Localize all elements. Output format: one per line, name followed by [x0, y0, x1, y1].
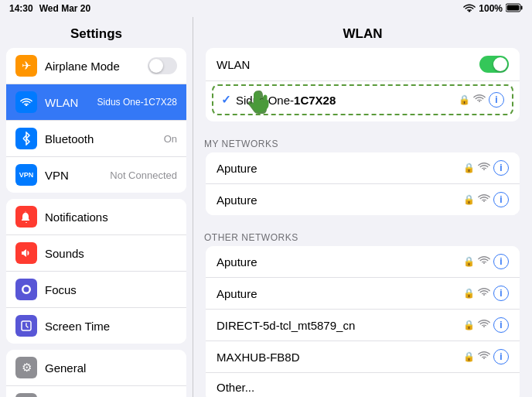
other-network-name-2: DIRECT-5d-tcl_mt5879_cn	[217, 319, 457, 332]
status-time: 14:30	[9, 3, 33, 14]
sidebar-section-1: ✈ Airplane Mode WLAN Sidus One-1C7X28 Bl…	[6, 48, 186, 193]
sidebar-item-airplane[interactable]: ✈ Airplane Mode	[6, 48, 186, 84]
other-network-info-0[interactable]: i	[493, 254, 509, 269]
battery-icon	[506, 3, 523, 15]
selected-network-info[interactable]: i	[489, 92, 504, 108]
lock-icon: 🔒	[459, 94, 470, 105]
other-network-icons-3: 🔒 i	[463, 349, 509, 364]
wifi-icon-other-3	[478, 351, 490, 363]
sidebar-item-wlan[interactable]: WLAN Sidus One-1C7X28	[6, 84, 186, 121]
other-network-icons-2: 🔒 i	[463, 317, 509, 333]
other-network-name-0: Aputure	[217, 255, 457, 269]
selected-network-row[interactable]: ✓ Sidus One-1C7X28 🔒 i	[212, 84, 513, 115]
wifi-icon-other-2	[478, 319, 490, 331]
vpn-icon: VPN	[15, 164, 37, 186]
sidebar-item-focus[interactable]: Focus	[6, 272, 186, 308]
screentime-icon	[15, 315, 37, 337]
other-networks-section: OTHER NETWORKS Aputure 🔒 i Aputure	[193, 228, 532, 397]
my-network-icons-0: 🔒 i	[463, 160, 509, 176]
selected-network-wrapper: ✓ Sidus One-1C7X28 🔒 i	[206, 81, 520, 121]
wifi-icon-other-0	[478, 255, 490, 268]
sidebar-label-notifications: Notifications	[45, 210, 177, 224]
my-networks-section: MY NETWORKS Aputure 🔒 i Aputure 🔒	[193, 134, 532, 215]
selected-network-icons: 🔒 i	[459, 92, 504, 108]
airplane-icon: ✈	[15, 55, 37, 77]
my-network-info-0[interactable]: i	[493, 160, 509, 176]
bluetooth-icon	[15, 128, 37, 149]
wifi-signal-icon	[473, 94, 486, 106]
wlan-section: WLAN ✓ Sidus One-1C7X28 🔒 i	[206, 48, 520, 121]
status-day: Wed Mar 20	[39, 3, 90, 14]
sidebar-label-bluetooth: Bluetooth	[45, 132, 156, 145]
general-icon: ⚙	[15, 357, 37, 378]
my-network-row-0[interactable]: Aputure 🔒 i	[206, 152, 520, 184]
sidebar-item-controlcenter[interactable]: Control Center	[6, 386, 186, 397]
my-network-name-1: Aputure	[217, 193, 457, 207]
sidebar-detail-bluetooth: On	[164, 133, 177, 145]
other-network-info-1[interactable]: i	[493, 286, 509, 301]
sidebar-label-vpn: VPN	[45, 169, 102, 182]
other-network-row-0[interactable]: Aputure 🔒 i	[206, 246, 520, 278]
detail-pane: WLAN WLAN ✓ Sidus One-1C7X28 🔒	[193, 17, 532, 397]
sidebar-item-vpn[interactable]: VPN VPN Not Connected	[6, 157, 186, 193]
other-network-icons-0: 🔒 i	[463, 254, 509, 269]
wifi-icon-other-1	[478, 287, 490, 299]
sidebar-item-notifications[interactable]: Notifications	[6, 199, 186, 235]
lock-icon-other-0: 🔒	[463, 256, 475, 267]
other-networks-list: Aputure 🔒 i Aputure 🔒	[206, 246, 520, 397]
wlan-row-label: WLAN	[217, 58, 479, 71]
sidebar-label-general: General	[45, 361, 177, 375]
my-networks-header: MY NETWORKS	[193, 134, 532, 152]
sounds-icon	[15, 242, 37, 264]
wifi-status-icon	[463, 3, 476, 15]
other-network-name-3: MAXHUB-FB8D	[217, 351, 457, 364]
other-network-icons-1: 🔒 i	[463, 286, 509, 301]
wlan-toggle[interactable]	[479, 56, 509, 73]
svg-rect-2	[507, 5, 520, 10]
sidebar-detail-wlan: Sidus One-1C7X28	[97, 97, 177, 108]
hand-cursor-annotation	[229, 84, 257, 115]
battery-status: 100%	[479, 3, 503, 14]
notifications-icon	[15, 206, 37, 228]
sidebar-section-3: ⚙ General Control Center AA Display & Br…	[6, 350, 186, 397]
my-network-info-1[interactable]: i	[493, 192, 509, 207]
other-network-name-4: Other...	[217, 381, 509, 394]
other-network-row-1[interactable]: Aputure 🔒 i	[206, 278, 520, 310]
other-network-info-3[interactable]: i	[493, 349, 509, 364]
sidebar-item-screentime[interactable]: Screen Time	[6, 308, 186, 344]
sidebar-item-bluetooth[interactable]: Bluetooth On	[6, 121, 186, 157]
other-networks-header: OTHER NETWORKS	[193, 228, 532, 246]
status-bar: 14:30 Wed Mar 20 100%	[0, 0, 532, 17]
other-network-info-2[interactable]: i	[493, 317, 509, 333]
my-network-icons-1: 🔒 i	[463, 192, 509, 207]
sidebar-section-2: Notifications Sounds Focus Screen Time	[6, 199, 186, 344]
focus-icon	[15, 279, 37, 300]
airplane-toggle[interactable]	[148, 57, 177, 74]
lock-icon-other-2: 🔒	[463, 320, 475, 330]
lock-icon-other-1: 🔒	[463, 288, 475, 299]
sidebar-label-sounds: Sounds	[45, 247, 177, 260]
lock-icon-0: 🔒	[463, 163, 475, 173]
my-networks-list: Aputure 🔒 i Aputure 🔒	[206, 152, 520, 215]
lock-icon-other-3: 🔒	[463, 351, 475, 362]
sidebar: Settings ✈ Airplane Mode WLAN Sidus One-…	[0, 17, 193, 397]
wifi-icon-1	[478, 193, 490, 206]
sidebar-label-screentime: Screen Time	[45, 320, 177, 333]
sidebar-label-wlan: WLAN	[45, 96, 90, 109]
sidebar-item-sounds[interactable]: Sounds	[6, 235, 186, 272]
sidebar-label-focus: Focus	[45, 283, 177, 296]
svg-rect-1	[521, 5, 523, 9]
sidebar-detail-vpn: Not Connected	[110, 169, 177, 181]
wlan-icon	[15, 91, 37, 113]
lock-icon-1: 🔒	[463, 194, 475, 205]
other-network-row-4[interactable]: Other...	[206, 373, 520, 397]
other-network-name-1: Aputure	[217, 287, 457, 300]
other-network-row-2[interactable]: DIRECT-5d-tcl_mt5879_cn 🔒 i	[206, 310, 520, 341]
sidebar-item-general[interactable]: ⚙ General	[6, 350, 186, 386]
controlcenter-icon	[15, 393, 37, 397]
other-network-row-3[interactable]: MAXHUB-FB8D 🔒 i	[206, 341, 520, 373]
sidebar-label-airplane: Airplane Mode	[45, 60, 140, 73]
my-network-row-1[interactable]: Aputure 🔒 i	[206, 184, 520, 215]
detail-title: WLAN	[193, 17, 532, 48]
wlan-toggle-row[interactable]: WLAN	[206, 48, 520, 81]
